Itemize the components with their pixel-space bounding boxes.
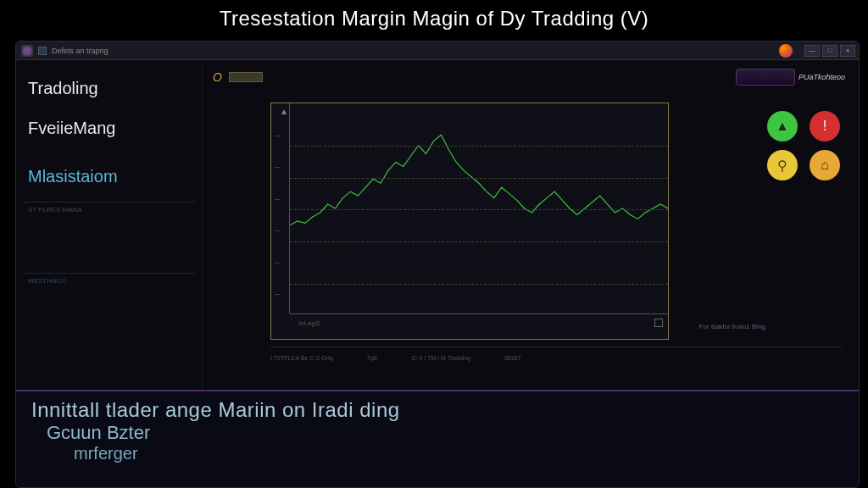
sidebar-item-1[interactable]: FveiieMang — [23, 108, 195, 148]
bottom-line-1: Innittall tlader ange Mariin on Iradi di… — [31, 398, 843, 422]
lock-indicator[interactable]: ⌂ — [810, 150, 840, 180]
y-tick: — — [275, 164, 281, 169]
indicator-column: ▲!⚲⌂ — [767, 111, 843, 180]
sidebar-item-0[interactable]: Tradoling — [23, 69, 195, 108]
grid-line — [290, 241, 668, 242]
sidebar-item-2[interactable]: Mlasistaiom — [23, 157, 195, 197]
minimize-button[interactable]: — — [804, 45, 820, 57]
grid-line — [290, 284, 668, 285]
grid-line — [290, 178, 668, 179]
sidebar-faint-2: MESTHNCO — [23, 273, 195, 288]
sidebar-faint-1: ST PLRES MANA — [23, 202, 195, 217]
browser-icon — [779, 44, 793, 58]
grid-line — [290, 209, 668, 210]
y-tick: — — [275, 132, 281, 138]
mode-label: PUaTkohteoo — [798, 73, 845, 81]
titlebar: Defets an trapng — □ × — [16, 42, 859, 60]
y-tick: — — [275, 227, 281, 233]
up-indicator[interactable]: ▲ — [767, 111, 798, 141]
page-title: Tresestation Margin Magin of Dy Tradding… — [0, 0, 868, 34]
alert-indicator[interactable]: ! — [810, 111, 840, 141]
titlebar-mini-icon — [38, 47, 47, 55]
close-button[interactable]: × — [840, 45, 855, 57]
x-axis: InLagS — [290, 313, 668, 339]
footer-seg-1: I TIITFLCA Be C G Ong — [270, 355, 333, 361]
app-window: Defets an trapng — □ × TradolingFveiieMa… — [15, 41, 860, 488]
strip-label: O — [208, 70, 222, 84]
price-series — [290, 135, 668, 225]
footer-seg-2: TgE — [367, 355, 378, 361]
strip-selector[interactable] — [229, 72, 263, 82]
maximize-button[interactable]: □ — [822, 45, 837, 57]
footer-seg-3: IC II I TM I M Tradoing — [412, 355, 471, 361]
app-icon — [21, 45, 33, 57]
grid-line — [290, 146, 668, 147]
bottom-panel: Innittall tlader ange Mariin on Iradi di… — [16, 390, 859, 487]
bottom-line-3: mrferger — [31, 444, 843, 463]
bottom-line-2: Gcuun Bzter — [31, 422, 843, 444]
axis-footer: I TIITFLCA Be C G Ong TgE IC II I TM I M… — [270, 347, 842, 365]
y-axis-arrow-icon: ▲ — [280, 107, 288, 116]
price-chart[interactable]: ▲ —————— InLagS — [270, 103, 669, 340]
x-axis-handle[interactable] — [654, 319, 663, 327]
chart-plot — [290, 103, 668, 313]
y-tick: — — [275, 259, 281, 265]
y-tick: — — [275, 291, 281, 297]
titlebar-label: Defets an trapng — [52, 47, 108, 55]
x-axis-label: InLagS — [298, 319, 320, 327]
y-axis: ▲ —————— — [271, 103, 290, 313]
footer-seg-4: 00167 — [504, 355, 520, 361]
top-strip: O PUaTkohteoo — [208, 65, 854, 89]
y-tick: — — [275, 196, 281, 202]
chart-hint: For tuador troro1 Bing — [699, 323, 765, 330]
mode-selector[interactable] — [736, 69, 795, 86]
warn-indicator[interactable]: ⚲ — [767, 150, 798, 180]
